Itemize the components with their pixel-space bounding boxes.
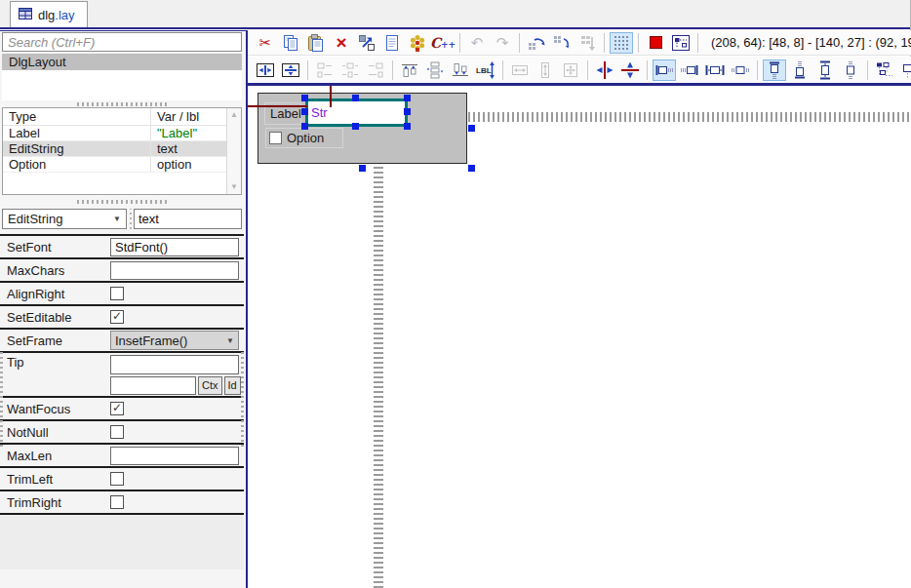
delete-button[interactable]: ×: [330, 32, 353, 54]
paste-button[interactable]: [304, 32, 328, 54]
springs-dialog-button[interactable]: [669, 32, 693, 54]
distribute-vertically-button[interactable]: [423, 59, 447, 81]
move-item-down-button[interactable]: [550, 32, 574, 54]
tip-text-area[interactable]: [110, 355, 239, 374]
variable-input[interactable]: [134, 209, 242, 229]
align-left-edges-button[interactable]: [313, 59, 337, 81]
splitter-table-editor[interactable]: [2, 195, 242, 209]
widget-selection-handle[interactable]: [404, 123, 411, 130]
wantfocus-checkbox[interactable]: [110, 402, 124, 415]
form-resize-handle[interactable]: [359, 165, 366, 172]
toolbar-separator: [757, 60, 758, 80]
springs-item-button[interactable]: [898, 59, 911, 81]
anchor-top-button[interactable]: [763, 59, 786, 81]
toggle-grid-button[interactable]: [610, 32, 633, 54]
items-table-scrollbar[interactable]: ▲ ▼: [226, 108, 241, 194]
new-item-button[interactable]: [380, 32, 404, 54]
maxchars-input[interactable]: [110, 261, 239, 280]
tip-input[interactable]: [110, 376, 196, 395]
splitter-list-table[interactable]: [2, 100, 242, 107]
setfont-input[interactable]: [110, 238, 239, 256]
dropdown-value: InsetFrame(): [115, 333, 187, 348]
same-height-button[interactable]: [534, 59, 557, 81]
anchor-vertical-center-button[interactable]: [839, 59, 862, 81]
widget-selection-handle[interactable]: [404, 108, 411, 115]
design-canvas[interactable]: Label Str Option: [248, 86, 911, 588]
alignright-checkbox[interactable]: [110, 287, 124, 300]
toolbar-separator: [647, 60, 648, 80]
type-combobox[interactable]: EditString ▼: [2, 209, 127, 229]
anchor-horizontal-center-button[interactable]: [729, 59, 752, 81]
option-checkbox[interactable]: [269, 132, 282, 144]
widget-selection-handle[interactable]: [301, 95, 308, 101]
form-resize-handle[interactable]: [468, 165, 475, 172]
seteditable-checkbox[interactable]: [110, 310, 124, 324]
search-input[interactable]: [2, 32, 242, 52]
setframe-dropdown[interactable]: InsetFrame()▼: [110, 331, 239, 350]
tip-ctx-button[interactable]: Ctx: [198, 376, 222, 395]
paste-special-icon: [408, 33, 427, 53]
align-horizontal-centers-button[interactable]: [338, 59, 362, 81]
anchor-top-bottom-button[interactable]: [813, 59, 837, 81]
dialog-form[interactable]: Label Str Option: [257, 93, 467, 164]
form-resize-handle[interactable]: [468, 125, 475, 132]
move-item-up-button[interactable]: [525, 32, 548, 54]
align-right-edges-button[interactable]: [364, 59, 387, 81]
anchor-right-button[interactable]: [678, 59, 701, 81]
paste-special-button[interactable]: [406, 32, 429, 54]
same-size-button[interactable]: [559, 59, 582, 81]
align-labels-button[interactable]: LBL: [474, 59, 497, 81]
center-vertically-button[interactable]: [279, 59, 302, 81]
copy-cpp-code-button[interactable]: C++: [431, 32, 455, 54]
maxlen-input[interactable]: [110, 447, 239, 465]
left-margin-guide: [248, 105, 307, 107]
copy-button[interactable]: [279, 32, 302, 54]
tip-id-button[interactable]: Id: [224, 376, 241, 395]
align-labels-icon: LBL: [476, 60, 495, 80]
anchor-bottom-button[interactable]: [788, 59, 812, 81]
trimright-checkbox[interactable]: [110, 495, 124, 509]
align-bottom-edges-button[interactable]: [449, 59, 472, 81]
anchor-left-button[interactable]: [653, 59, 676, 81]
items-table-row[interactable]: Label"Label": [3, 126, 241, 141]
splitter-combo-var[interactable]: [128, 209, 133, 229]
anchor-top-icon: [765, 60, 784, 80]
property-value: [110, 402, 244, 415]
springs-all-items-button[interactable]: [873, 59, 896, 81]
cut-button[interactable]: ✂: [254, 32, 277, 54]
layout-file-icon: [19, 8, 32, 22]
layout-list-item[interactable]: DlgLayout: [2, 54, 242, 70]
horizontal-spring-guide: [410, 112, 911, 122]
scroll-up-icon[interactable]: ▲: [227, 110, 241, 120]
tab-dlg-lay[interactable]: dlg.lay: [10, 1, 88, 27]
center-horizontally-button[interactable]: [254, 59, 277, 81]
anchor-left-right-button[interactable]: [703, 59, 727, 81]
property-label: MaxChars: [7, 263, 110, 278]
same-width-button[interactable]: [508, 59, 532, 81]
widget-selection-handle[interactable]: [352, 123, 359, 130]
color-swatch-button[interactable]: [644, 32, 667, 54]
duplicate-button[interactable]: [355, 32, 378, 54]
property-label: SetEditable: [7, 310, 110, 325]
items-table-row[interactable]: Optionoption: [3, 157, 241, 173]
undo-button[interactable]: ↶: [465, 32, 489, 54]
option-widget[interactable]: Option: [265, 128, 343, 148]
column-header-type[interactable]: Type: [3, 108, 150, 125]
trimleft-checkbox[interactable]: [110, 472, 124, 486]
center-on-vertical-axis-button[interactable]: [593, 59, 616, 81]
tab-bar: dlg.lay: [0, 0, 911, 27]
property-grid: SetFontMaxCharsAlignRightSetEditableSetF…: [0, 234, 244, 569]
toolbar-separator: [697, 33, 698, 53]
widget-selection-handle[interactable]: [301, 123, 308, 130]
align-top-edges-button[interactable]: [398, 59, 421, 81]
notnull-checkbox[interactable]: [110, 425, 124, 439]
widget-selection-handle[interactable]: [404, 95, 411, 101]
redo-button[interactable]: ↷: [491, 32, 514, 54]
sort-items-button[interactable]: [575, 32, 599, 54]
widget-selection-handle[interactable]: [352, 95, 359, 101]
widget-selection-handle[interactable]: [301, 108, 308, 115]
scroll-down-icon[interactable]: ▼: [227, 182, 241, 192]
items-table-row[interactable]: EditStringtext: [3, 141, 241, 157]
center-on-horizontal-axis-button[interactable]: [618, 59, 642, 81]
property-label: MaxLen: [7, 449, 110, 463]
